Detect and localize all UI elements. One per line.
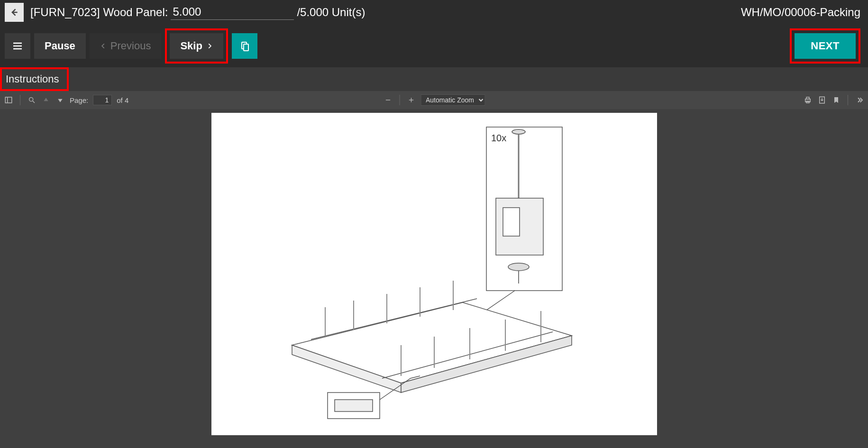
svg-rect-5	[244, 44, 248, 51]
zoom-in-icon[interactable]	[406, 95, 416, 105]
chevron-left-icon	[100, 42, 107, 50]
arrow-left-icon	[9, 8, 19, 17]
tab-instructions-label: Instructions	[6, 73, 59, 85]
next-label: NEXT	[811, 40, 840, 52]
hamburger-icon	[12, 40, 23, 52]
action-bar: Pause Previous Skip NEXT	[0, 25, 868, 67]
svg-rect-16	[806, 97, 809, 99]
tools-overflow-icon[interactable]	[855, 95, 864, 105]
pause-label: Pause	[45, 40, 75, 52]
page-number-input[interactable]	[93, 95, 112, 105]
product-name: [FURN_7023] Wood Panel:	[30, 6, 168, 19]
tab-instructions[interactable]: Instructions	[0, 67, 69, 91]
svg-point-26	[508, 263, 529, 271]
sidebar-toggle-icon[interactable]	[4, 95, 13, 105]
order-reference: WH/MO/00006-Packing	[741, 6, 860, 19]
page-label: Page:	[70, 96, 88, 104]
zoom-select[interactable]: Automatic Zoom	[420, 94, 485, 106]
instruction-diagram: 10x	[211, 113, 657, 435]
pdf-page: 10x	[211, 113, 657, 435]
skip-button[interactable]: Skip	[170, 33, 223, 59]
svg-marker-10	[44, 98, 48, 101]
previous-label: Previous	[110, 40, 151, 52]
next-highlight: NEXT	[790, 28, 860, 64]
svg-marker-11	[58, 99, 62, 102]
svg-text:10x: 10x	[491, 133, 506, 143]
download-icon[interactable]	[817, 95, 827, 105]
pdf-toolbar: Page: of 4 Automatic Zoom	[0, 91, 868, 109]
chevron-right-icon	[206, 42, 213, 50]
paste-icon	[239, 40, 250, 52]
svg-point-8	[29, 98, 33, 101]
qty-done-input[interactable]	[171, 5, 294, 20]
page-down-icon[interactable]	[55, 95, 65, 105]
svg-point-22	[512, 129, 525, 134]
svg-rect-6	[5, 97, 12, 103]
page-total-label: of 4	[117, 96, 128, 104]
paste-button[interactable]	[232, 33, 257, 59]
zoom-out-icon[interactable]	[383, 95, 393, 105]
operation-header: [FURN_7023] Wood Panel: /5.000 Unit(s) W…	[0, 0, 868, 25]
svg-marker-28	[292, 302, 572, 383]
skip-label: Skip	[180, 40, 202, 52]
qty-total: /5.000 Unit(s)	[297, 6, 365, 19]
previous-button[interactable]: Previous	[90, 33, 162, 59]
menu-button[interactable]	[5, 33, 30, 59]
pause-button[interactable]: Pause	[34, 33, 86, 59]
product-line: [FURN_7023] Wood Panel: /5.000 Unit(s)	[30, 5, 365, 20]
print-icon[interactable]	[803, 95, 813, 105]
svg-rect-25	[503, 208, 520, 236]
page-up-icon[interactable]	[41, 95, 51, 105]
tabs-bar: Instructions	[0, 67, 868, 91]
bookmark-icon[interactable]	[831, 95, 841, 105]
skip-highlight: Skip	[165, 28, 228, 64]
pdf-viewport[interactable]: 10x	[0, 109, 868, 448]
svg-rect-44	[335, 400, 373, 411]
back-button[interactable]	[5, 3, 24, 22]
svg-line-9	[33, 101, 35, 103]
next-button[interactable]: NEXT	[795, 33, 856, 59]
find-icon[interactable]	[27, 95, 37, 105]
